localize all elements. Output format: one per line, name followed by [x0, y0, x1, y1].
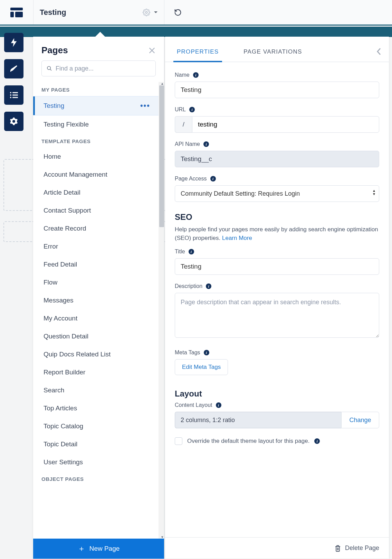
page-title-bar[interactable]: Testing — [33, 0, 164, 25]
page-access-value: Community Default Setting: Requires Logi… — [175, 185, 379, 202]
select-arrows-icon: ▴▾ — [373, 189, 375, 196]
override-theme-row: Override the default theme layout for th… — [175, 437, 379, 445]
tab-page-variations[interactable]: PAGE VARIATIONS — [241, 44, 304, 62]
page-item-label: Flow — [44, 279, 57, 286]
page-item-label: Quip Docs Related List — [44, 351, 111, 358]
app-logo-icon — [10, 8, 23, 17]
info-icon[interactable]: i — [314, 438, 320, 444]
description-label-row: Description i — [175, 283, 379, 289]
search-input-container[interactable] — [41, 60, 156, 76]
page-item[interactable]: Error — [33, 237, 159, 255]
page-access-select[interactable]: Community Default Setting: Requires Logi… — [175, 185, 379, 202]
page-title: Testing — [40, 8, 66, 17]
tool-page-structure[interactable] — [4, 85, 23, 105]
info-icon[interactable]: i — [189, 249, 194, 254]
page-item[interactable]: Create Record — [33, 220, 159, 237]
title-label-row: Title i — [175, 249, 379, 255]
tool-theme[interactable] — [4, 59, 23, 78]
page-item[interactable]: Testing Flexible — [33, 115, 159, 133]
page-item[interactable]: My Account — [33, 309, 159, 327]
page-item[interactable]: Topic Catalog — [33, 417, 159, 435]
refresh-button[interactable] — [174, 9, 182, 16]
new-page-button[interactable]: ＋ New Page — [33, 539, 164, 559]
section-my-pages: MY PAGES — [33, 82, 159, 96]
layout-heading: Layout — [175, 389, 379, 399]
page-item-label: Search — [44, 386, 64, 394]
page-item[interactable]: Flow — [33, 273, 159, 291]
tab-properties[interactable]: PROPERTIES — [175, 44, 221, 62]
banner-strip — [0, 27, 392, 37]
url-input[interactable] — [192, 116, 379, 133]
name-input[interactable] — [175, 82, 379, 98]
content-layout-label: Content Layout — [175, 402, 212, 408]
refresh-icon — [174, 9, 182, 16]
search-input[interactable] — [56, 65, 151, 72]
page-item-label: Error — [44, 243, 58, 250]
tool-components[interactable] — [4, 33, 23, 52]
new-page-label: New Page — [89, 545, 120, 552]
collapse-panel-button[interactable] — [376, 48, 381, 55]
page-item[interactable]: Contact Support — [33, 202, 159, 220]
svg-rect-4 — [12, 95, 18, 96]
page-item-label: Account Management — [44, 171, 107, 178]
page-item[interactable]: Report Builder — [33, 363, 159, 381]
page-item-label: Testing Flexible — [44, 121, 89, 128]
page-item[interactable]: Account Management — [33, 166, 159, 184]
lightning-icon — [10, 38, 18, 47]
title-input[interactable] — [175, 258, 379, 275]
info-icon[interactable]: i — [203, 141, 209, 147]
page-item[interactable]: Quip Docs Related List — [33, 345, 159, 363]
svg-point-3 — [10, 94, 11, 96]
page-item[interactable]: Top Articles — [33, 399, 159, 417]
pages-header: Pages — [33, 37, 164, 60]
info-icon[interactable]: i — [193, 72, 199, 78]
page-item-label: User Settings — [44, 458, 83, 466]
page-item-label: Report Builder — [44, 369, 85, 376]
content-layout-label-row: Content Layout i — [175, 402, 379, 408]
info-icon[interactable]: i — [206, 283, 211, 289]
delete-page-button[interactable]: Delete Page — [335, 544, 379, 552]
page-access-label: Page Access — [175, 176, 207, 182]
info-icon[interactable]: i — [204, 350, 209, 355]
svg-point-1 — [10, 92, 11, 93]
description-textarea[interactable] — [175, 293, 379, 338]
page-list-scroll: ▴ ▾ MY PAGESTesting•••Testing FlexibleTE… — [33, 82, 164, 539]
page-item-label: Topic Catalog — [44, 422, 83, 430]
page-item[interactable]: Feed Detail — [33, 255, 159, 273]
chevron-down-icon — [154, 11, 158, 14]
info-icon[interactable]: i — [210, 176, 216, 181]
override-theme-checkbox[interactable] — [175, 437, 182, 445]
page-item[interactable]: Question Detail — [33, 327, 159, 345]
learn-more-link[interactable]: Learn More — [222, 235, 252, 241]
page-item[interactable]: Home — [33, 148, 159, 166]
description-label: Description — [175, 283, 202, 289]
page-item[interactable]: Article Detail — [33, 184, 159, 202]
page-item[interactable]: Topic Detail — [33, 435, 159, 453]
scrollbar-thumb[interactable] — [159, 85, 164, 227]
search-wrap — [33, 60, 164, 82]
url-input-row: / — [175, 116, 379, 133]
info-icon[interactable]: i — [189, 107, 195, 112]
page-item-label: Testing — [44, 102, 64, 110]
page-item[interactable]: Search — [33, 381, 159, 399]
info-icon[interactable]: i — [216, 402, 221, 408]
scrollbar-track[interactable]: ▴ ▾ — [159, 82, 164, 539]
page-settings-dropdown[interactable] — [143, 9, 158, 16]
page-item-label: Top Articles — [44, 404, 77, 412]
close-button[interactable] — [148, 47, 156, 54]
section-template-pages: TEMPLATE PAGES — [33, 133, 159, 148]
tool-settings[interactable] — [4, 112, 23, 131]
brush-icon — [10, 65, 18, 73]
page-item-menu-icon[interactable]: ••• — [140, 101, 150, 110]
page-item[interactable]: User Settings — [33, 453, 159, 471]
page-item[interactable]: Messages — [33, 291, 159, 309]
api-name-input — [175, 151, 379, 167]
close-icon — [148, 47, 156, 54]
scroll-arrow-down-icon[interactable]: ▾ — [161, 535, 163, 539]
page-item-label: Article Detail — [44, 189, 80, 196]
refresh-area — [164, 0, 182, 25]
page-item-label: Contact Support — [44, 207, 91, 214]
edit-meta-tags-button[interactable]: Edit Meta Tags — [175, 359, 228, 375]
page-item[interactable]: Testing••• — [33, 96, 159, 115]
change-layout-button[interactable]: Change — [341, 412, 379, 428]
